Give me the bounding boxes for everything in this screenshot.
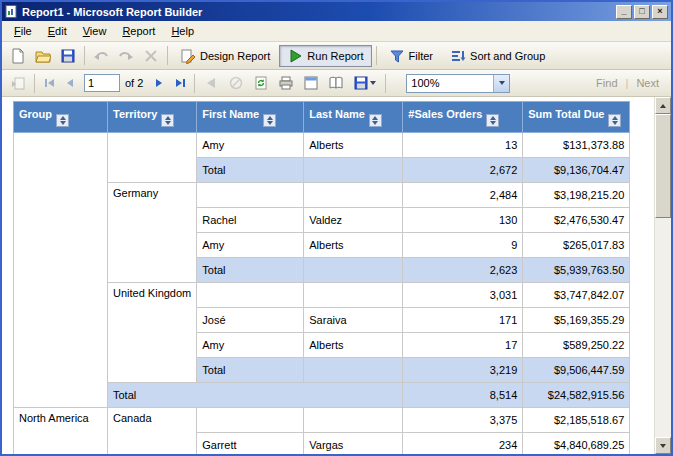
column-header-label: Sum Total Due	[528, 108, 604, 120]
close-button[interactable]: ×	[652, 5, 668, 19]
design-report-icon	[180, 48, 196, 64]
table-cell: 3,375	[403, 408, 523, 433]
interactive-sort-icon[interactable]	[486, 114, 499, 127]
table-cell	[197, 408, 304, 433]
scroll-down-button[interactable]	[655, 437, 671, 454]
scrollbar-thumb[interactable]	[655, 114, 671, 218]
previous-page-button[interactable]	[60, 73, 80, 93]
table-cell	[14, 133, 108, 408]
toolbar-separator	[167, 46, 168, 65]
new-report-button[interactable]	[6, 45, 30, 67]
page-number-input[interactable]	[84, 74, 120, 92]
redo-button[interactable]	[114, 45, 138, 67]
interactive-sort-icon[interactable]	[56, 114, 69, 127]
interactive-sort-icon[interactable]	[263, 114, 276, 127]
table-cell	[304, 158, 403, 183]
table-cell	[304, 408, 403, 433]
table-cell: Garrett	[197, 433, 304, 455]
table-cell: Total	[197, 158, 304, 183]
stop-button[interactable]	[224, 72, 248, 94]
zoom-dropdown-button[interactable]	[493, 75, 509, 92]
viewer-toolbar: of 2 100% Find	[2, 70, 671, 97]
menu-file[interactable]: File	[6, 22, 40, 40]
run-report-button[interactable]: Run Report	[279, 45, 371, 67]
export-button[interactable]	[349, 72, 381, 94]
back-button[interactable]	[199, 72, 223, 94]
sort-and-group-button[interactable]: Sort and Group	[442, 45, 553, 67]
table-cell: Total	[108, 383, 403, 408]
filter-button[interactable]: Filter	[381, 45, 441, 67]
open-button[interactable]	[31, 45, 55, 67]
column-header: Group	[14, 102, 108, 133]
table-cell: Amy	[197, 233, 304, 258]
titlebar[interactable]: Report1 - Microsoft Report Builder _ □ ×	[2, 2, 671, 21]
report-table: GroupTerritoryFirst NameLast Name#Sales …	[13, 101, 630, 454]
table-cell: Canada	[108, 408, 197, 455]
table-cell: 9	[403, 233, 523, 258]
design-report-label: Design Report	[200, 50, 270, 62]
report-view: GroupTerritoryFirst NameLast Name#Sales …	[2, 97, 671, 454]
print-button[interactable]	[274, 72, 298, 94]
table-cell: 13	[403, 133, 523, 158]
design-report-button[interactable]: Design Report	[172, 45, 278, 67]
minimize-button[interactable]: _	[616, 5, 632, 19]
table-cell: 17	[403, 333, 523, 358]
column-header: #Sales Orders	[403, 102, 523, 133]
table-row: North AmericaCanada3,375$2,185,518.67	[14, 408, 630, 433]
table-cell: Saraiva	[304, 308, 403, 333]
next-page-button[interactable]	[149, 73, 169, 93]
vertical-scrollbar[interactable]	[654, 97, 671, 454]
table-cell: $24,582,915.56	[523, 383, 630, 408]
delete-button[interactable]	[139, 45, 163, 67]
find-next-link[interactable]: Next	[636, 77, 659, 89]
menu-edit[interactable]: Edit	[40, 22, 75, 40]
scroll-up-button[interactable]	[655, 97, 671, 114]
interactive-sort-icon[interactable]	[161, 114, 174, 127]
column-header: Last Name	[304, 102, 403, 133]
first-page-button[interactable]	[39, 73, 59, 93]
find-next-divider: |	[626, 77, 629, 89]
interactive-sort-icon[interactable]	[369, 114, 382, 127]
open-book-icon	[328, 75, 344, 91]
print-layout-button[interactable]	[299, 72, 323, 94]
delete-x-icon	[143, 48, 159, 64]
column-header: Sum Total Due	[523, 102, 630, 133]
page-setup-button[interactable]	[324, 72, 348, 94]
table-cell: Rachel	[197, 208, 304, 233]
interactive-sort-icon[interactable]	[608, 114, 621, 127]
menu-view[interactable]: View	[75, 22, 115, 40]
save-button[interactable]	[56, 45, 80, 67]
save-floppy-icon	[60, 48, 76, 64]
table-cell: Vargas	[304, 433, 403, 455]
run-report-icon	[287, 48, 303, 64]
toolbar-separator	[84, 46, 85, 65]
sort-and-group-icon	[450, 48, 466, 64]
report-builder-window: Report1 - Microsoft Report Builder _ □ ×…	[0, 0, 673, 456]
table-cell: $3,198,215.20	[523, 183, 630, 208]
menubar: File Edit View Report Help	[2, 21, 671, 42]
column-header: Territory	[108, 102, 197, 133]
table-cell: $131,373.88	[523, 133, 630, 158]
undo-button[interactable]	[89, 45, 113, 67]
refresh-button[interactable]	[249, 72, 273, 94]
table-cell: $5,939,763.50	[523, 258, 630, 283]
table-cell	[304, 258, 403, 283]
table-cell: Alberts	[304, 133, 403, 158]
toolbar-separator	[194, 74, 195, 93]
open-folder-icon	[35, 48, 51, 64]
zoom-combobox[interactable]: 100%	[406, 74, 510, 93]
table-cell: $2,476,530.47	[523, 208, 630, 233]
table-cell: $9,506,447.59	[523, 358, 630, 383]
column-header: First Name	[197, 102, 304, 133]
find-link[interactable]: Find	[596, 77, 617, 89]
menu-report[interactable]: Report	[114, 22, 163, 40]
table-cell: 2,484	[403, 183, 523, 208]
table-cell	[108, 133, 197, 183]
window-title: Report1 - Microsoft Report Builder	[22, 6, 612, 18]
parent-report-button[interactable]	[6, 72, 30, 94]
maximize-button[interactable]: □	[634, 5, 650, 19]
menu-help[interactable]: Help	[163, 22, 202, 40]
table-cell	[197, 283, 304, 308]
table-cell: Amy	[197, 333, 304, 358]
last-page-button[interactable]	[170, 73, 190, 93]
